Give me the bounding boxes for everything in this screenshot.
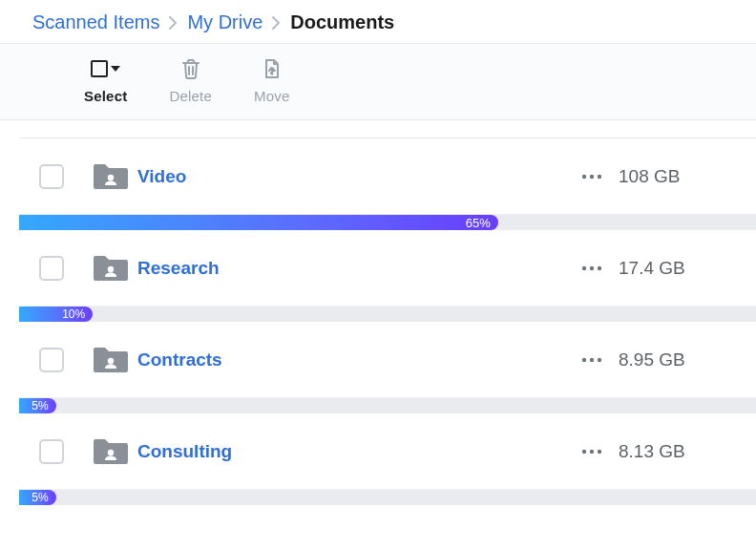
folder-row: Research 17.4 GB xyxy=(19,230,756,307)
usage-bar: 10% xyxy=(19,307,756,322)
row-more-button[interactable] xyxy=(565,356,619,364)
breadcrumb-link-my-drive[interactable]: My Drive xyxy=(187,11,262,33)
shared-folder-icon xyxy=(84,252,137,285)
usage-bar-fill: 65% xyxy=(19,215,498,230)
svg-point-10 xyxy=(590,357,594,361)
select-all-button[interactable]: Select xyxy=(84,57,127,104)
folder-row: Contracts 8.95 GB xyxy=(19,322,756,398)
svg-point-3 xyxy=(598,174,601,178)
svg-point-5 xyxy=(582,265,586,269)
breadcrumb-current: Documents xyxy=(290,11,394,33)
breadcrumb-link-scanned-items[interactable]: Scanned Items xyxy=(32,11,159,33)
chevron-right-icon xyxy=(272,16,281,30)
row-size: 8.13 GB xyxy=(619,441,733,462)
select-label: Select xyxy=(84,88,127,104)
svg-point-1 xyxy=(582,174,586,178)
svg-point-11 xyxy=(598,357,601,361)
move-file-icon xyxy=(262,57,283,80)
shared-folder-icon xyxy=(84,160,137,193)
usage-bar: 5% xyxy=(19,398,756,413)
chevron-right-icon xyxy=(169,16,178,30)
shared-folder-icon xyxy=(84,435,137,468)
row-checkbox[interactable] xyxy=(39,164,64,189)
row-size: 108 GB xyxy=(619,166,733,187)
usage-bar-fill: 5% xyxy=(19,398,56,413)
row-checkbox[interactable] xyxy=(39,439,64,464)
move-button[interactable]: Move xyxy=(254,57,289,104)
folder-name-link[interactable]: Contracts xyxy=(137,349,565,370)
svg-point-13 xyxy=(582,449,586,453)
file-list: Video 108 GB 65% Research 17.4 GB 10% xyxy=(19,138,756,505)
folder-row: Consulting 8.13 GB xyxy=(19,413,756,490)
svg-point-15 xyxy=(598,449,601,453)
svg-point-8 xyxy=(108,357,114,363)
usage-bar-fill: 10% xyxy=(19,307,93,322)
row-size: 17.4 GB xyxy=(619,258,733,279)
row-size: 8.95 GB xyxy=(619,349,733,370)
usage-bar: 5% xyxy=(19,490,756,505)
svg-point-9 xyxy=(582,357,586,361)
row-more-button[interactable] xyxy=(565,264,619,272)
shared-folder-icon xyxy=(84,344,137,376)
row-checkbox[interactable] xyxy=(39,348,64,372)
svg-point-0 xyxy=(108,174,114,180)
usage-bar: 65% xyxy=(19,215,756,230)
row-more-button[interactable] xyxy=(565,173,619,180)
row-checkbox[interactable] xyxy=(39,256,64,281)
row-more-button[interactable] xyxy=(565,448,619,455)
svg-point-2 xyxy=(590,174,594,178)
delete-label: Delete xyxy=(169,88,212,104)
trash-icon xyxy=(180,57,201,80)
toolbar: Select Delete Move xyxy=(0,43,756,120)
usage-bar-fill: 5% xyxy=(19,490,56,505)
folder-name-link[interactable]: Research xyxy=(137,258,565,279)
breadcrumb: Scanned Items My Drive Documents xyxy=(0,0,756,43)
move-label: Move xyxy=(254,88,289,104)
svg-point-14 xyxy=(590,449,594,453)
svg-point-6 xyxy=(590,265,594,269)
svg-point-12 xyxy=(108,449,114,455)
svg-point-4 xyxy=(108,265,114,271)
folder-name-link[interactable]: Consulting xyxy=(137,441,565,462)
delete-button[interactable]: Delete xyxy=(169,57,212,104)
folder-row: Video 108 GB xyxy=(19,138,756,215)
svg-point-7 xyxy=(598,265,601,269)
folder-name-link[interactable]: Video xyxy=(137,166,565,187)
checkbox-dropdown-icon xyxy=(91,60,120,77)
